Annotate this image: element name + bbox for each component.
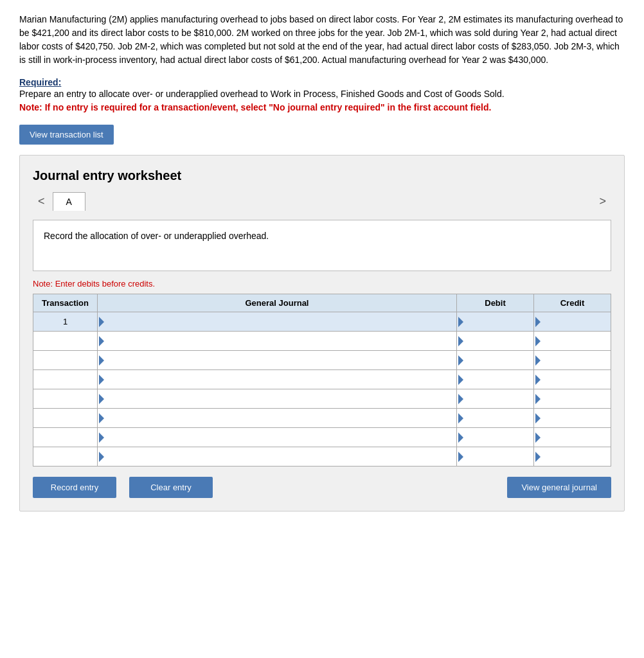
debit-input[interactable] [466,332,533,350]
debit-indicator-icon [458,336,463,346]
debit-input[interactable] [466,409,533,427]
journal-entry-cell[interactable] [98,332,457,351]
note-debits: Note: Enter debits before credits. [33,279,611,289]
credit-cell[interactable] [534,447,611,467]
record-entry-button[interactable]: Record entry [33,477,116,498]
journal-entry-input[interactable] [107,447,456,466]
debit-cell[interactable] [457,312,534,332]
tab-navigation: < A > [33,192,611,211]
debit-cell[interactable] [457,447,534,467]
col-header-credit: Credit [534,294,611,312]
required-note: Note: If no entry is required for a tran… [19,101,625,114]
debit-input[interactable] [466,389,533,408]
required-section: Required: Prepare an entry to allocate o… [19,77,625,114]
credit-cell[interactable] [534,389,611,409]
row-indicator-icon [99,394,104,404]
view-transaction-button[interactable]: View transaction list [19,125,114,145]
debit-input[interactable] [466,428,533,447]
problem-description: Marian Manufacturing (2M) applies manufa… [19,14,623,65]
worksheet-title: Journal entry worksheet [33,168,611,183]
journal-entry-cell[interactable] [98,447,457,467]
action-buttons: Record entry Clear entry View general jo… [33,477,611,498]
credit-input[interactable] [543,389,611,408]
transaction-cell [33,332,98,351]
credit-input[interactable] [543,447,611,466]
transaction-cell [33,447,98,467]
credit-cell[interactable] [534,332,611,351]
description-box: Record the allocation of over- or undera… [33,220,611,271]
credit-input[interactable] [543,332,611,350]
debit-cell[interactable] [457,389,534,409]
journal-entry-cell[interactable] [98,409,457,428]
table-row [33,351,611,370]
table-row [33,332,611,351]
credit-input[interactable] [543,428,611,447]
journal-entry-input[interactable] [107,332,456,350]
credit-indicator-icon [535,432,541,443]
journal-entry-input[interactable] [107,428,456,447]
debit-indicator-icon [458,413,463,423]
worksheet-container: Journal entry worksheet < A > Record the… [19,155,625,511]
row-indicator-icon [99,336,104,346]
debit-input[interactable] [466,447,533,466]
credit-input[interactable] [543,370,611,389]
journal-entry-cell[interactable] [98,428,457,447]
credit-input[interactable] [543,312,611,331]
journal-entry-cell[interactable] [98,351,457,370]
credit-indicator-icon [535,394,541,404]
table-row [33,370,611,389]
journal-entry-input[interactable] [107,351,456,369]
journal-entry-input[interactable] [107,370,456,389]
description-text: Record the allocation of over- or undera… [44,231,269,241]
action-buttons-left: Record entry Clear entry [33,477,213,498]
journal-entry-input[interactable] [107,409,456,427]
credit-cell[interactable] [534,428,611,447]
debit-input[interactable] [466,351,533,369]
debit-input[interactable] [466,370,533,389]
credit-indicator-icon [535,317,541,327]
debit-cell[interactable] [457,332,534,351]
debit-cell[interactable] [457,351,534,370]
transaction-cell [33,428,98,447]
row-indicator-icon [99,413,104,423]
credit-indicator-icon [535,355,541,366]
credit-cell[interactable] [534,409,611,428]
col-header-transaction: Transaction [33,294,98,312]
row-indicator-icon [99,452,104,462]
debit-cell[interactable] [457,409,534,428]
clear-entry-button[interactable]: Clear entry [129,477,213,498]
journal-entry-input[interactable] [107,389,456,408]
transaction-cell [33,351,98,370]
journal-entry-cell[interactable] [98,370,457,389]
debit-indicator-icon [458,432,463,443]
table-row [33,447,611,467]
row-indicator-icon [99,432,104,443]
nav-left-button[interactable]: < [33,192,50,211]
credit-input[interactable] [543,409,611,427]
credit-indicator-icon [535,336,541,346]
debit-cell[interactable] [457,370,534,389]
transaction-cell [33,389,98,409]
view-general-journal-button[interactable]: View general journal [507,477,611,498]
tab-a-button[interactable]: A [53,192,85,211]
debit-cell[interactable] [457,428,534,447]
credit-indicator-icon [535,413,541,423]
row-indicator-icon [99,355,104,366]
debit-indicator-icon [458,355,463,366]
credit-indicator-icon [535,375,541,385]
journal-entry-cell[interactable] [98,312,457,332]
table-row [33,428,611,447]
credit-cell[interactable] [534,370,611,389]
row-indicator-icon [99,375,104,385]
journal-entry-input[interactable] [107,312,456,331]
credit-cell[interactable] [534,351,611,370]
credit-cell[interactable] [534,312,611,332]
credit-input[interactable] [543,351,611,369]
table-row [33,389,611,409]
debit-input[interactable] [466,312,533,331]
nav-right-button[interactable]: > [594,192,611,211]
journal-entry-cell[interactable] [98,389,457,409]
required-label: Required: [19,77,625,87]
debit-indicator-icon [458,452,463,462]
col-header-debit: Debit [457,294,534,312]
